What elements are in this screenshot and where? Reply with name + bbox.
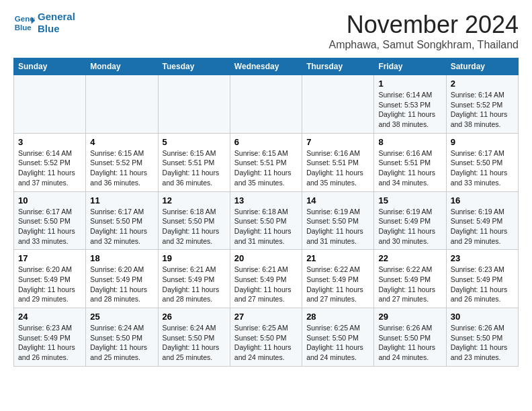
calendar-cell: 10Sunrise: 6:17 AM Sunset: 5:50 PM Dayli… (14, 191, 86, 250)
day-number: 1 (378, 79, 441, 89)
calendar-cell (302, 75, 374, 134)
day-info: Sunrise: 6:24 AM Sunset: 5:50 PM Dayligh… (90, 323, 153, 363)
calendar-cell: 2Sunrise: 6:14 AM Sunset: 5:52 PM Daylig… (446, 75, 518, 134)
logo-line1: General (38, 11, 75, 23)
day-number: 9 (451, 137, 514, 147)
day-number: 20 (234, 253, 298, 263)
calendar-cell: 18Sunrise: 6:20 AM Sunset: 5:49 PM Dayli… (86, 250, 158, 308)
calendar-cell: 11Sunrise: 6:17 AM Sunset: 5:50 PM Dayli… (86, 191, 158, 250)
col-wednesday: Wednesday (230, 58, 302, 75)
day-info: Sunrise: 6:15 AM Sunset: 5:51 PM Dayligh… (234, 148, 298, 188)
day-number: 17 (18, 253, 81, 263)
month-title: November 2024 (328, 11, 519, 39)
page-header: General Blue General Blue November 2024 … (13, 11, 519, 51)
calendar-cell (86, 75, 158, 134)
svg-text:Blue: Blue (15, 24, 32, 32)
day-info: Sunrise: 6:16 AM Sunset: 5:51 PM Dayligh… (378, 148, 441, 188)
calendar-cell: 27Sunrise: 6:25 AM Sunset: 5:50 PM Dayli… (230, 308, 302, 367)
col-tuesday: Tuesday (158, 58, 230, 75)
day-number: 13 (234, 195, 298, 205)
day-number: 27 (234, 312, 298, 322)
calendar-cell: 15Sunrise: 6:19 AM Sunset: 5:49 PM Dayli… (374, 191, 446, 250)
day-info: Sunrise: 6:26 AM Sunset: 5:50 PM Dayligh… (378, 323, 441, 363)
day-info: Sunrise: 6:17 AM Sunset: 5:50 PM Dayligh… (451, 148, 514, 188)
calendar-cell: 30Sunrise: 6:26 AM Sunset: 5:50 PM Dayli… (446, 308, 518, 367)
calendar-cell: 6Sunrise: 6:15 AM Sunset: 5:51 PM Daylig… (230, 133, 302, 191)
day-number: 5 (163, 137, 226, 147)
calendar-cell: 12Sunrise: 6:18 AM Sunset: 5:50 PM Dayli… (158, 191, 230, 250)
day-number: 3 (18, 137, 81, 147)
day-info: Sunrise: 6:24 AM Sunset: 5:50 PM Dayligh… (163, 323, 226, 363)
calendar-cell (14, 75, 86, 134)
day-info: Sunrise: 6:26 AM Sunset: 5:50 PM Dayligh… (451, 323, 514, 363)
day-info: Sunrise: 6:22 AM Sunset: 5:49 PM Dayligh… (306, 265, 369, 304)
day-info: Sunrise: 6:14 AM Sunset: 5:52 PM Dayligh… (451, 90, 514, 130)
day-number: 16 (451, 195, 514, 205)
day-number: 6 (234, 137, 298, 147)
day-number: 11 (90, 195, 153, 205)
day-number: 29 (378, 312, 441, 322)
day-number: 28 (306, 312, 369, 322)
calendar-cell: 19Sunrise: 6:21 AM Sunset: 5:49 PM Dayli… (158, 250, 230, 308)
calendar-cell: 22Sunrise: 6:22 AM Sunset: 5:49 PM Dayli… (374, 250, 446, 308)
day-info: Sunrise: 6:21 AM Sunset: 5:49 PM Dayligh… (163, 265, 226, 304)
day-info: Sunrise: 6:14 AM Sunset: 5:53 PM Dayligh… (378, 90, 441, 130)
day-number: 14 (306, 195, 369, 205)
day-number: 26 (163, 312, 226, 322)
calendar-cell (230, 75, 302, 134)
day-info: Sunrise: 6:19 AM Sunset: 5:49 PM Dayligh… (451, 207, 514, 246)
logo: General Blue General Blue (13, 11, 75, 35)
calendar-cell (158, 75, 230, 134)
location-subtitle: Amphawa, Samut Songkhram, Thailand (328, 39, 519, 51)
calendar-cell: 7Sunrise: 6:16 AM Sunset: 5:51 PM Daylig… (302, 133, 374, 191)
day-info: Sunrise: 6:25 AM Sunset: 5:50 PM Dayligh… (234, 323, 298, 363)
day-number: 12 (163, 195, 226, 205)
calendar-week-4: 24Sunrise: 6:23 AM Sunset: 5:49 PM Dayli… (14, 308, 519, 367)
col-thursday: Thursday (302, 58, 374, 75)
day-info: Sunrise: 6:15 AM Sunset: 5:51 PM Dayligh… (163, 148, 226, 188)
calendar-cell: 21Sunrise: 6:22 AM Sunset: 5:49 PM Dayli… (302, 250, 374, 308)
calendar-cell: 9Sunrise: 6:17 AM Sunset: 5:50 PM Daylig… (446, 133, 518, 191)
day-number: 10 (18, 195, 81, 205)
day-number: 25 (90, 312, 153, 322)
calendar-cell: 14Sunrise: 6:19 AM Sunset: 5:50 PM Dayli… (302, 191, 374, 250)
calendar-cell: 24Sunrise: 6:23 AM Sunset: 5:49 PM Dayli… (14, 308, 86, 367)
header-row: Sunday Monday Tuesday Wednesday Thursday… (14, 58, 519, 75)
day-info: Sunrise: 6:19 AM Sunset: 5:50 PM Dayligh… (306, 207, 369, 246)
calendar-cell: 5Sunrise: 6:15 AM Sunset: 5:51 PM Daylig… (158, 133, 230, 191)
logo-icon: General Blue (13, 12, 35, 34)
day-number: 7 (306, 137, 369, 147)
calendar-header: Sunday Monday Tuesday Wednesday Thursday… (14, 58, 519, 75)
day-info: Sunrise: 6:18 AM Sunset: 5:50 PM Dayligh… (234, 207, 298, 246)
col-monday: Monday (86, 58, 158, 75)
day-number: 18 (90, 253, 153, 263)
calendar-cell: 4Sunrise: 6:15 AM Sunset: 5:52 PM Daylig… (86, 133, 158, 191)
calendar-week-1: 3Sunrise: 6:14 AM Sunset: 5:52 PM Daylig… (14, 133, 519, 191)
day-info: Sunrise: 6:19 AM Sunset: 5:49 PM Dayligh… (378, 207, 441, 246)
day-info: Sunrise: 6:25 AM Sunset: 5:50 PM Dayligh… (306, 323, 369, 363)
day-info: Sunrise: 6:14 AM Sunset: 5:52 PM Dayligh… (18, 148, 81, 188)
calendar-cell: 23Sunrise: 6:23 AM Sunset: 5:49 PM Dayli… (446, 250, 518, 308)
calendar-cell: 13Sunrise: 6:18 AM Sunset: 5:50 PM Dayli… (230, 191, 302, 250)
day-info: Sunrise: 6:23 AM Sunset: 5:49 PM Dayligh… (18, 323, 81, 363)
day-info: Sunrise: 6:15 AM Sunset: 5:52 PM Dayligh… (90, 148, 153, 188)
calendar-cell: 17Sunrise: 6:20 AM Sunset: 5:49 PM Dayli… (14, 250, 86, 308)
day-number: 15 (378, 195, 441, 205)
day-info: Sunrise: 6:17 AM Sunset: 5:50 PM Dayligh… (90, 207, 153, 246)
calendar-cell: 3Sunrise: 6:14 AM Sunset: 5:52 PM Daylig… (14, 133, 86, 191)
day-number: 21 (306, 253, 369, 263)
calendar-cell: 25Sunrise: 6:24 AM Sunset: 5:50 PM Dayli… (86, 308, 158, 367)
day-info: Sunrise: 6:18 AM Sunset: 5:50 PM Dayligh… (163, 207, 226, 246)
calendar-cell: 26Sunrise: 6:24 AM Sunset: 5:50 PM Dayli… (158, 308, 230, 367)
day-info: Sunrise: 6:22 AM Sunset: 5:49 PM Dayligh… (378, 265, 441, 304)
calendar-cell: 1Sunrise: 6:14 AM Sunset: 5:53 PM Daylig… (374, 75, 446, 134)
day-number: 19 (163, 253, 226, 263)
calendar-week-2: 10Sunrise: 6:17 AM Sunset: 5:50 PM Dayli… (14, 191, 519, 250)
day-number: 4 (90, 137, 153, 147)
logo-text: General Blue (38, 11, 75, 35)
day-info: Sunrise: 6:23 AM Sunset: 5:49 PM Dayligh… (451, 265, 514, 304)
calendar-table: Sunday Monday Tuesday Wednesday Thursday… (13, 58, 519, 367)
col-sunday: Sunday (14, 58, 86, 75)
day-info: Sunrise: 6:17 AM Sunset: 5:50 PM Dayligh… (18, 207, 81, 246)
col-friday: Friday (374, 58, 446, 75)
